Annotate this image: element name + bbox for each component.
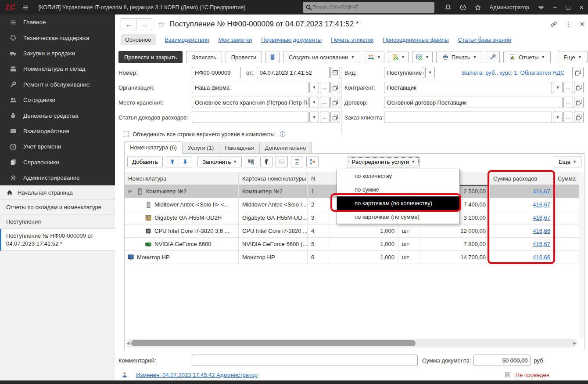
organization-field[interactable]: Наша фирма	[192, 82, 308, 93]
reports-button[interactable]: Отчеты▼	[503, 51, 551, 63]
contract-field[interactable]: Основной договор Поставщик	[384, 97, 563, 108]
column-header[interactable]: Карточка номенклатуры	[239, 172, 308, 185]
sidebar-item[interactable]: Закупки и продажи	[0, 46, 115, 61]
hscroll-right-arrow[interactable]: ▶	[573, 341, 577, 345]
save-button[interactable]: Записать	[186, 51, 222, 63]
doc-tab-6[interactable]: Статьи базы знаний	[458, 36, 511, 43]
item-expenses-link[interactable]: 416,66	[533, 254, 550, 261]
notifications-bell-icon[interactable]	[445, 4, 452, 11]
expense-item-open-button[interactable]	[330, 112, 340, 123]
post-and-close-button[interactable]: Провести и закрыть	[118, 51, 183, 63]
client-order-dropdown-button[interactable]: ▼	[553, 112, 563, 123]
column-header[interactable]: Номенклатура	[125, 172, 239, 185]
contractor-dropdown-button[interactable]: ▼	[553, 82, 563, 93]
service-menu-icon[interactable]	[538, 4, 545, 11]
hscroll-thumb[interactable]	[131, 340, 416, 346]
date-field[interactable]: 04.07.2023 17:41:52	[257, 67, 330, 78]
contractor-open-button[interactable]	[574, 82, 584, 93]
contract-choose-button[interactable]: …	[563, 97, 573, 108]
contractor-choose-button[interactable]: …	[563, 82, 573, 93]
comment-input[interactable]	[192, 355, 418, 366]
column-header[interactable]: Сумма	[554, 172, 580, 185]
sidebar-item[interactable]: Техническая поддержка	[0, 30, 115, 45]
more-menu-dots-icon[interactable]: ⋮	[565, 20, 572, 28]
info-icon[interactable]	[279, 130, 286, 138]
get-link-icon[interactable]	[550, 21, 557, 28]
doc-tab-1[interactable]: Взаимодействия	[165, 36, 209, 43]
create-based-on-button[interactable]: Создать на основании▼	[283, 51, 360, 63]
calendar-button[interactable]	[330, 67, 340, 78]
doc-tab-4[interactable]: Печать этикеток	[331, 36, 373, 43]
collapse-icon[interactable]: ⊖	[127, 188, 134, 195]
sidebar-item[interactable]: Сотрудники	[0, 92, 115, 108]
create-contact-button[interactable]: ▼	[364, 51, 384, 63]
items-tab[interactable]: Дополнительно	[260, 142, 312, 154]
column-header[interactable]: N	[308, 172, 328, 185]
contract-open-button[interactable]	[574, 97, 584, 108]
table-row[interactable]: CPU Intel Core i7-3820 3.6 ...CPU Intel …	[125, 225, 579, 238]
currency-open-button[interactable]	[572, 67, 584, 78]
kind-dropdown-button[interactable]: ▼	[425, 67, 435, 78]
organization-dropdown-button[interactable]: ▼	[309, 82, 319, 93]
history-icon[interactable]	[459, 4, 466, 11]
currency-link[interactable]: Валюта: руб., курс: 1; Облагается НДС	[462, 69, 565, 76]
open-window-item[interactable]: Начальная страница	[0, 185, 115, 200]
current-user[interactable]: Администратор	[490, 4, 529, 11]
move-down-button[interactable]	[179, 156, 192, 167]
client-order-field[interactable]	[384, 112, 552, 123]
number-field[interactable]: НФ00-000009	[192, 67, 241, 78]
doc-tab-2[interactable]: Мои заметки	[218, 36, 252, 43]
column-header[interactable]: Сумма расходов	[490, 172, 554, 185]
storage-field[interactable]: Основное место хранения (Петров Петр Пет	[192, 97, 308, 108]
post-button[interactable]: Провести	[226, 51, 262, 63]
sidebar-item[interactable]: 7Учет времени	[0, 139, 115, 154]
hamburger-menu-icon[interactable]	[22, 4, 29, 11]
move-up-button[interactable]	[166, 156, 179, 167]
search-input[interactable]	[312, 4, 432, 11]
expense-item-choose-button[interactable]: …	[320, 112, 330, 123]
expense-item-dropdown-button[interactable]: ▼	[309, 112, 319, 123]
doc-tab-5[interactable]: Присоединенные файлы	[383, 36, 449, 43]
table-more-button[interactable]: Еще▼	[554, 156, 581, 167]
sidebar-item[interactable]: Главное	[0, 14, 115, 30]
global-search[interactable]	[303, 2, 434, 13]
document-deadline-button[interactable]: ▼	[388, 51, 409, 63]
add-row-button[interactable]: Добавить	[127, 156, 163, 167]
table-deadline-button[interactable]: ▼	[412, 51, 433, 63]
distribute-services-button[interactable]: Распределить услуги▼	[347, 156, 420, 167]
storage-choose-button[interactable]: …	[320, 97, 330, 108]
maximize-button[interactable]: □	[562, 4, 575, 11]
modified-link[interactable]: Изменён: 04.07.2023 17:45:42 Администрат…	[136, 372, 258, 378]
distribute-menu-item[interactable]: по количеству	[337, 169, 459, 183]
distribute-menu-item[interactable]: по карточкам (по количеству)	[337, 196, 459, 210]
close-window-button[interactable]: ×	[575, 4, 588, 11]
items-tab[interactable]: Услуги (1)	[183, 142, 219, 154]
open-window-item[interactable]: Поступления	[0, 214, 115, 229]
favorites-star-icon[interactable]	[474, 4, 481, 11]
price-check-button[interactable]: 0-9	[276, 156, 288, 167]
minimize-button[interactable]: −	[549, 4, 562, 11]
contractor-field[interactable]: Поставщик	[384, 82, 552, 93]
open-window-item[interactable]: Отчеты по складам и номенклатуре	[0, 200, 115, 214]
back-button[interactable]: ←	[121, 19, 136, 30]
organization-open-button[interactable]	[330, 82, 340, 93]
scanner-button[interactable]	[260, 156, 272, 167]
add-favorite-star-icon[interactable]: ☆	[158, 19, 165, 29]
vertical-scrollbar[interactable]	[579, 172, 584, 337]
organization-choose-button[interactable]: …	[320, 82, 330, 93]
sidebar-item[interactable]: Номенклатура и склад	[0, 61, 115, 76]
structure-button[interactable]	[306, 156, 319, 167]
hscroll-left-arrow[interactable]: ◀	[126, 341, 130, 345]
sidebar-item[interactable]: sДенежные средства	[0, 108, 115, 123]
sidebar-item[interactable]: Справочники	[0, 155, 115, 170]
fill-button[interactable]: Заполнить▼	[197, 156, 242, 167]
expense-item-field[interactable]	[192, 112, 308, 123]
item-expenses-link[interactable]: 416,67	[533, 214, 550, 221]
open-window-item[interactable]: Поступление № НФ00-000009 от 04.07.2023 …	[0, 229, 115, 251]
barcode-search-button[interactable]	[245, 156, 257, 167]
item-expenses-link[interactable]: 416,67	[533, 201, 550, 208]
item-expenses-link[interactable]: 416,67	[533, 241, 550, 247]
more-button[interactable]: Еще▼	[558, 51, 587, 63]
sidebar-item[interactable]: Взаимодействия	[0, 123, 115, 139]
combine-rows-checkbox[interactable]	[123, 131, 129, 137]
